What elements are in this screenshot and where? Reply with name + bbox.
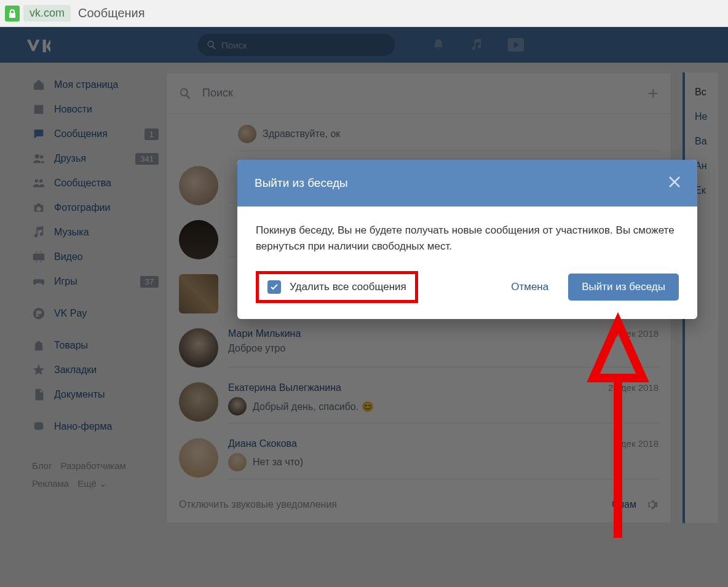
lock-icon bbox=[5, 6, 20, 22]
delete-all-checkbox-row[interactable]: Удалить все сообщения bbox=[256, 271, 418, 303]
modal-header: Выйти из беседы bbox=[237, 160, 697, 207]
cancel-button[interactable]: Отмена bbox=[511, 281, 548, 293]
url-domain: vk.com bbox=[23, 5, 71, 22]
checkbox-checked[interactable] bbox=[267, 280, 281, 294]
page-title: Сообщения bbox=[78, 6, 145, 20]
modal-footer: Удалить все сообщения Отмена Выйти из бе… bbox=[237, 271, 697, 319]
modal-body: Покинув беседу, Вы не будете получать но… bbox=[237, 207, 697, 271]
leave-chat-modal: Выйти из беседы Покинув беседу, Вы не бу… bbox=[237, 160, 697, 319]
confirm-leave-button[interactable]: Выйти из беседы bbox=[568, 274, 679, 301]
close-button[interactable] bbox=[669, 176, 680, 190]
modal-title: Выйти из беседы bbox=[255, 176, 669, 190]
checkbox-label: Удалить все сообщения bbox=[290, 281, 406, 293]
browser-bar: vk.com Сообщения bbox=[0, 0, 728, 27]
